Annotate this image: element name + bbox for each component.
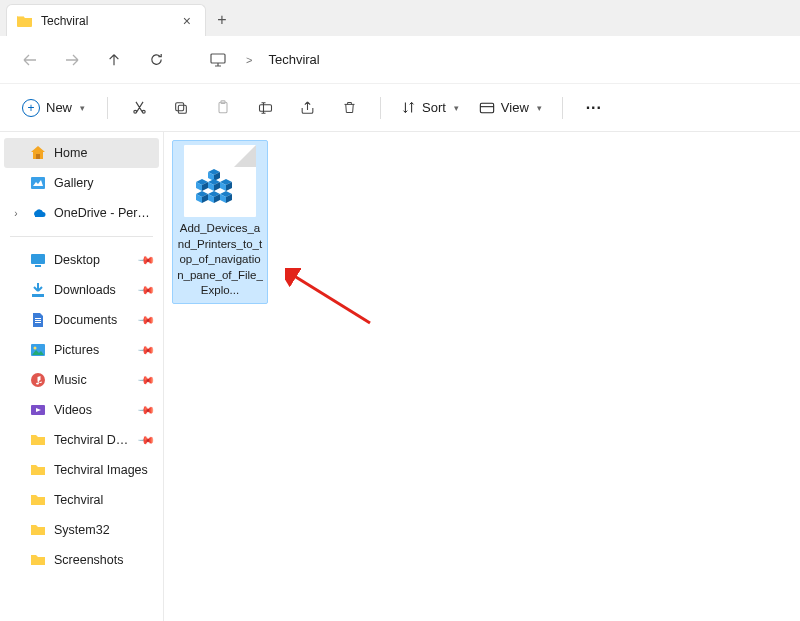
back-button[interactable] — [12, 42, 48, 78]
sidebar-item-music[interactable]: Music 📌 — [4, 365, 159, 395]
sidebar-item-onedrive[interactable]: › OneDrive - Persona — [4, 198, 159, 228]
body: Home Gallery › OneDrive - Persona Deskto… — [0, 132, 800, 621]
window-tab[interactable]: Techviral × — [6, 4, 206, 36]
svg-rect-10 — [35, 265, 41, 267]
rename-button[interactable] — [246, 90, 284, 126]
view-button[interactable]: View ▾ — [471, 96, 550, 119]
folder-icon — [17, 13, 33, 29]
svg-rect-7 — [36, 154, 40, 159]
chevron-down-icon: ▾ — [454, 103, 459, 113]
pin-icon: 📌 — [136, 310, 155, 329]
sidebar-label: Videos — [54, 403, 131, 417]
toolbar-separator — [380, 97, 381, 119]
sidebar-label: Desktop — [54, 253, 131, 267]
sidebar-label: Techviral — [54, 493, 153, 507]
more-button[interactable]: ··· — [575, 90, 613, 126]
folder-icon — [30, 492, 46, 508]
desktop-icon — [30, 252, 46, 268]
up-button[interactable] — [96, 42, 132, 78]
sort-label: Sort — [422, 100, 446, 115]
sidebar-item-videos[interactable]: Videos 📌 — [4, 395, 159, 425]
forward-button[interactable] — [54, 42, 90, 78]
svg-point-13 — [34, 347, 37, 350]
pin-icon: 📌 — [136, 370, 155, 389]
breadcrumb-current[interactable]: Techviral — [262, 48, 325, 71]
folder-icon — [30, 462, 46, 478]
sidebar-item-gallery[interactable]: Gallery — [4, 168, 159, 198]
sidebar-label: Music — [54, 373, 131, 387]
toolbar: + New ▾ Sort ▾ View ▾ ··· — [0, 84, 800, 132]
titlebar: Techviral × + — [0, 0, 800, 36]
toolbar-separator — [107, 97, 108, 119]
chevron-down-icon: ▾ — [537, 103, 542, 113]
svg-rect-11 — [32, 294, 44, 297]
sidebar-item-folder[interactable]: Techviral Images — [4, 455, 159, 485]
refresh-button[interactable] — [138, 42, 174, 78]
sidebar-item-folder[interactable]: Techviral — [4, 485, 159, 515]
pictures-icon — [30, 342, 46, 358]
content-pane[interactable]: Add_Devices_and_Printers_to_top_of_navig… — [164, 132, 800, 621]
file-item-selected[interactable]: Add_Devices_and_Printers_to_top_of_navig… — [172, 140, 268, 304]
copy-button[interactable] — [162, 90, 200, 126]
toolbar-separator — [562, 97, 563, 119]
sort-button[interactable]: Sort ▾ — [393, 96, 467, 119]
share-button[interactable] — [288, 90, 326, 126]
folder-icon — [30, 522, 46, 538]
pin-icon: 📌 — [136, 250, 155, 269]
svg-rect-2 — [176, 102, 184, 110]
new-label: New — [46, 100, 72, 115]
music-icon — [30, 372, 46, 388]
navigation-pane: Home Gallery › OneDrive - Persona Deskto… — [0, 132, 164, 621]
sidebar-item-pictures[interactable]: Pictures 📌 — [4, 335, 159, 365]
sidebar-item-desktop[interactable]: Desktop 📌 — [4, 245, 159, 275]
pin-icon: 📌 — [136, 400, 155, 419]
sidebar-label: Techviral Docum — [54, 433, 131, 447]
new-button[interactable]: + New ▾ — [12, 95, 95, 121]
this-pc-icon[interactable] — [200, 42, 236, 78]
sidebar-item-folder[interactable]: Screenshots — [4, 545, 159, 575]
svg-rect-6 — [480, 103, 493, 112]
folder-icon — [30, 432, 46, 448]
view-label: View — [501, 100, 529, 115]
onedrive-icon — [30, 205, 46, 221]
plus-icon: + — [217, 11, 226, 29]
svg-rect-5 — [259, 104, 271, 111]
registry-file-icon — [184, 145, 256, 217]
sidebar-label: Home — [54, 146, 153, 160]
ellipsis-icon: ··· — [586, 99, 602, 117]
sidebar-item-documents[interactable]: Documents 📌 — [4, 305, 159, 335]
sidebar-label: Documents — [54, 313, 131, 327]
view-icon — [479, 101, 495, 115]
plus-circle-icon: + — [22, 99, 40, 117]
sidebar-label: Gallery — [54, 176, 153, 190]
tab-close-icon[interactable]: × — [179, 13, 195, 29]
sidebar-item-home[interactable]: Home — [4, 138, 159, 168]
pin-icon: 📌 — [136, 340, 155, 359]
sort-icon — [401, 100, 416, 115]
sidebar-item-downloads[interactable]: Downloads 📌 — [4, 275, 159, 305]
videos-icon — [30, 402, 46, 418]
downloads-icon — [30, 282, 46, 298]
gallery-icon — [30, 175, 46, 191]
tab-title: Techviral — [41, 14, 171, 28]
navigation-bar: > Techviral — [0, 36, 800, 84]
pin-icon: 📌 — [136, 280, 155, 299]
documents-icon — [30, 312, 46, 328]
svg-rect-8 — [31, 177, 45, 189]
sidebar-label: Pictures — [54, 343, 131, 357]
folder-icon — [30, 552, 46, 568]
pin-icon: 📌 — [136, 430, 155, 449]
svg-rect-9 — [31, 254, 45, 264]
sidebar-item-folder[interactable]: System32 — [4, 515, 159, 545]
paste-button[interactable] — [204, 90, 242, 126]
sidebar-label: System32 — [54, 523, 153, 537]
chevron-right-icon: › — [10, 208, 22, 219]
sidebar-label: OneDrive - Persona — [54, 206, 153, 220]
delete-button[interactable] — [330, 90, 368, 126]
breadcrumb-separator: > — [246, 54, 252, 66]
cut-button[interactable] — [120, 90, 158, 126]
sidebar-separator — [10, 236, 153, 237]
sidebar-item-folder[interactable]: Techviral Docum 📌 — [4, 425, 159, 455]
chevron-down-icon: ▾ — [80, 103, 85, 113]
new-tab-button[interactable]: + — [206, 4, 238, 36]
